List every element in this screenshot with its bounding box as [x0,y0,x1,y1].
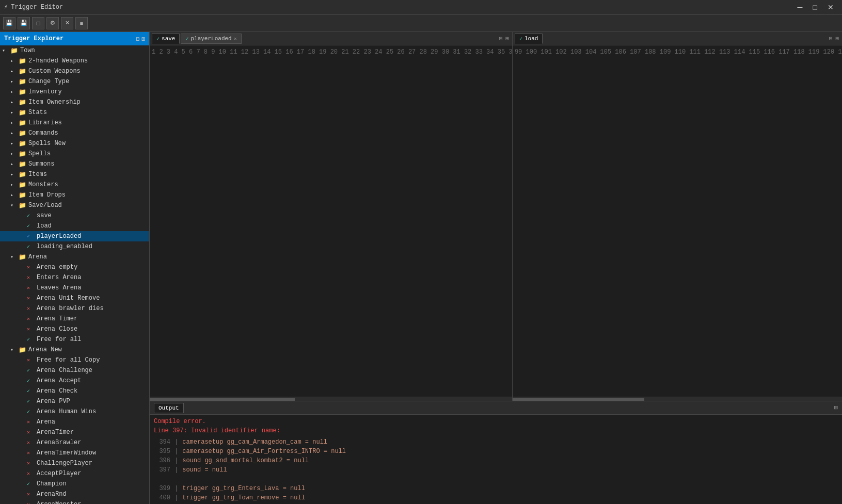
tree-label-arena-accept: Arena Accept [37,377,81,384]
sidebar-item-item-drops[interactable]: ▸📁Item Drops [0,190,149,200]
sidebar-item-arena-close[interactable]: ✕Arena Close [0,324,149,334]
toolbar-test-btn[interactable]: ✕ [61,17,73,29]
tree-arrow-summons[interactable]: ▸ [10,161,19,167]
sidebar-item-arenaMonster[interactable]: ✕ArenaMonster [0,499,149,504]
tree-arrow-item-drops[interactable]: ▸ [10,192,19,198]
sidebar-item-arena-human-wins[interactable]: ✓Arena Human Wins [0,407,149,417]
left-code-area[interactable]: 1 2 3 4 5 6 7 8 9 10 11 12 13 14 15 16 1… [150,45,512,397]
sidebar-item-arenaTimerWindow[interactable]: ✕ArenaTimerWindow [0,448,149,458]
title-bar-left: ⚡ Trigger Editor [4,3,63,11]
sidebar-item-free-for-all[interactable]: ✓Free for all [0,334,149,345]
tree-arrow-monsters[interactable]: ▸ [10,182,19,188]
sidebar-item-item-ownership[interactable]: ▸📁Item Ownership [0,97,149,107]
tree-arrow-town[interactable]: ▾ [2,47,10,54]
tree-arrow-custom-weapons[interactable]: ▸ [10,68,19,74]
right-code-area[interactable]: 99 100 101 102 103 104 105 106 107 108 1… [513,45,842,397]
toolbar-new-btn[interactable]: □ [32,17,44,29]
sidebar-item-change-type[interactable]: ▸📁Change Type [0,76,149,87]
sidebar-item-libraries[interactable]: ▸📁Libraries [0,118,149,128]
left-pane-split-icon[interactable]: ⊟ [498,35,504,42]
sidebar-item-arena-unit-remove[interactable]: ✕Arena Unit Remove [0,293,149,303]
sidebar-item-custom-weapons[interactable]: ▸📁Custom Weapons [0,66,149,76]
sidebar-item-inventory[interactable]: ▸📁Inventory [0,87,149,97]
sidebar-item-arena-new[interactable]: ▾📁Arena New [0,345,149,355]
sidebar-item-champion[interactable]: ✓Champion [0,479,149,489]
tree-arrow-commands[interactable]: ▸ [10,130,19,136]
tree-arrow-spells-new[interactable]: ▸ [10,140,19,147]
sidebar-item-arenaRnd[interactable]: ✕ArenaRnd [0,489,149,499]
sidebar-item-arenaBrawler[interactable]: ✕ArenaBrawler [0,437,149,448]
sidebar-item-save[interactable]: ✓save [0,210,149,221]
output-content: Compile error. Line 397: Invalid identif… [150,415,842,504]
tree-arrow-libraries[interactable]: ▸ [10,120,19,126]
sidebar-item-monsters[interactable]: ▸📁Monsters [0,180,149,190]
sidebar-item-spells[interactable]: ▸📁Spells [0,149,149,159]
tree-arrow-save-load[interactable]: ▾ [10,202,19,208]
tab-playerLoaded-close[interactable]: ✕ [234,36,237,42]
output-tab[interactable]: Output [154,403,184,413]
sidebar-item-playerLoaded[interactable]: ✓playerLoaded [0,231,149,241]
sidebar-item-arena-empty[interactable]: ✕Arena empty [0,262,149,272]
close-button[interactable]: ✕ [823,2,838,12]
sidebar-item-challengePlayer[interactable]: ✕ChallengePlayer [0,458,149,468]
left-h-scroll-thumb[interactable] [150,398,295,401]
sidebar-item-arena-challenge[interactable]: ✓Arena Challenge [0,365,149,376]
tab-playerLoaded[interactable]: ✓ playerLoaded ✕ [181,34,241,44]
right-pane-split-icon[interactable]: ⊟ [828,35,834,42]
sidebar-collapse-icon[interactable]: ⊟ [136,36,140,42]
maximize-button[interactable]: □ [809,2,821,12]
sidebar-item-loading_enabled[interactable]: ✓loading_enabled [0,241,149,252]
sidebar-item-save-load[interactable]: ▾📁Save/Load [0,200,149,210]
sidebar-item-acceptPlayer[interactable]: ✕AcceptPlayer [0,468,149,479]
tree-arrow-inventory[interactable]: ▸ [10,89,19,95]
tree-arrow-arena[interactable]: ▾ [10,254,19,260]
toolbar-menu-btn[interactable]: ≡ [75,17,88,29]
sidebar-item-arena[interactable]: ▾📁Arena [0,252,149,262]
sidebar-item-arena-check[interactable]: ✓Arena Check [0,386,149,396]
sidebar-item-stats[interactable]: ▸📁Stats [0,107,149,118]
sidebar-expand-icon[interactable]: ⊞ [141,36,145,42]
sidebar-item-arena-pvp[interactable]: ✓Arena PVP [0,396,149,407]
sidebar-item-commands[interactable]: ▸📁Commands [0,128,149,138]
sidebar-item-arena2[interactable]: ✕Arena [0,417,149,427]
left-pane-expand-icon[interactable]: ⊞ [504,35,510,42]
toolbar-compile-btn[interactable]: ⚙ [46,17,59,29]
output-close-icon[interactable]: ⊞ [834,404,838,412]
tree-label-2handed: 2-handed Weapons [28,57,88,64]
toolbar-save2-btn[interactable]: 💾 [18,17,30,29]
sidebar-item-arena-brawler-dies[interactable]: ✕Arena brawler dies [0,303,149,314]
title-bar-controls[interactable]: ─ □ ✕ [793,2,838,12]
tree-arrow-arena-new[interactable]: ▾ [10,347,19,353]
sidebar-item-free-for-all-copy[interactable]: ✕Free for all Copy [0,355,149,365]
sidebar-item-arena-timer[interactable]: ✕Arena Timer [0,314,149,324]
sidebar-item-arenaTtimer[interactable]: ✕ArenaTimer [0,427,149,437]
left-h-scroll[interactable] [150,397,512,401]
minimize-button[interactable]: ─ [793,2,807,12]
sidebar-item-enters-arena[interactable]: ✕Enters Arena [0,272,149,283]
tree-arrow-2handed[interactable]: ▸ [10,58,19,64]
sidebar-item-load[interactable]: ✓load [0,221,149,231]
sidebar-item-town[interactable]: ▾📁Town [0,45,149,56]
sidebar-header-icons: ⊟ ⊞ [136,36,145,42]
sidebar-item-arena-accept[interactable]: ✓Arena Accept [0,376,149,386]
tree-arrow-spells[interactable]: ▸ [10,151,19,157]
output-lines: 394| camerasetup gg_cam_Armagedon_cam = … [154,437,838,504]
right-pane-expand-icon[interactable]: ⊞ [834,35,840,42]
trigger-ok-icon-arena-human-wins: ✓ [27,409,35,415]
right-h-scroll-thumb[interactable] [513,398,644,401]
right-h-scroll[interactable] [513,397,842,401]
sidebar-item-leaves-arena[interactable]: ✕Leaves Arena [0,283,149,293]
tree-label-arena-timer: Arena Timer [37,315,77,322]
tree-arrow-change-type[interactable]: ▸ [10,78,19,85]
tree-arrow-items[interactable]: ▸ [10,171,19,177]
tree-arrow-stats[interactable]: ▸ [10,109,19,116]
sidebar-item-2handed[interactable]: ▸📁2-handed Weapons [0,56,149,66]
tab-load[interactable]: ✓ load [515,34,543,44]
sidebar-item-summons[interactable]: ▸📁Summons [0,159,149,169]
sidebar-item-items[interactable]: ▸📁Items [0,169,149,180]
sidebar-item-spells-new[interactable]: ▸📁Spells New [0,138,149,149]
tree-arrow-item-ownership[interactable]: ▸ [10,99,19,105]
output-linenum: 399 [154,484,174,493]
tab-save[interactable]: ✓ save [152,34,180,44]
toolbar-save-btn[interactable]: 💾 [3,17,15,29]
